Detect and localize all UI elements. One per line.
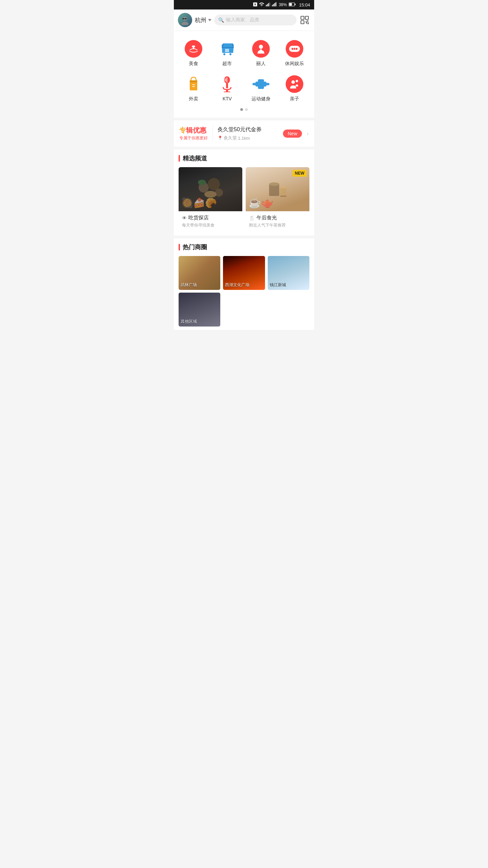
dot-1[interactable] xyxy=(240,108,243,111)
svg-point-62 xyxy=(204,191,217,198)
promo-content: 灸久堂50元代金券 📍 灸久堂 1.1km xyxy=(218,126,278,141)
promo-banner[interactable]: 专辑优惠 专属于你惠更好 灸久堂50元代金券 📍 灸久堂 1.1km New › xyxy=(174,118,314,147)
svg-rect-17 xyxy=(305,16,308,19)
featured-section-title: 精选频道 xyxy=(179,154,309,162)
svg-rect-47 xyxy=(224,92,230,92)
search-placeholder: 输入商家、品类 xyxy=(226,17,259,23)
waimai-icon xyxy=(184,75,203,93)
category-grid: 美食 超市 xyxy=(174,36,314,107)
svg-rect-9 xyxy=(289,3,292,6)
area-card-3[interactable]: 钱江新城 xyxy=(268,256,309,290)
channel-card-afternoon[interactable]: NEW 🍴 午后食光 附近人气下午茶推荐 xyxy=(246,167,309,232)
svg-point-61 xyxy=(198,180,206,185)
svg-point-39 xyxy=(297,46,298,48)
waimai-label: 外卖 xyxy=(189,96,198,102)
chaoshi-icon xyxy=(218,40,236,58)
category-xiuxian[interactable]: 休闲娱乐 xyxy=(278,36,312,72)
promo-distance: 1.1km xyxy=(238,136,250,141)
svg-rect-10 xyxy=(295,3,296,5)
svg-rect-13 xyxy=(183,18,184,19)
location-selector[interactable]: 杭州 xyxy=(195,16,211,24)
liren-label: 丽人 xyxy=(256,61,266,67)
search-icon: 🔍 xyxy=(218,17,224,23)
category-qinzi[interactable]: 亲子 xyxy=(278,72,312,107)
channel-chihuo-desc: 每天带你寻找美食 xyxy=(182,222,239,228)
category-chaoshi[interactable]: 超市 xyxy=(210,36,244,72)
svg-point-35 xyxy=(291,48,293,50)
channel-name-row-afternoon: 🍴 午后食光 xyxy=(249,215,306,221)
promo-arrow: › xyxy=(307,130,309,137)
channel-chihuo-icon: 👁 xyxy=(182,215,187,221)
ktv-label: KTV xyxy=(223,96,232,101)
category-liren[interactable]: 丽人 xyxy=(244,36,278,72)
svg-rect-55 xyxy=(258,79,264,89)
svg-rect-46 xyxy=(226,90,228,92)
category-section: 美食 超市 xyxy=(174,31,314,118)
channel-info-chihuo: 👁 吃货探店 每天带你寻找美食 xyxy=(179,211,242,232)
scan-button[interactable] xyxy=(299,15,310,25)
category-ktv[interactable]: KTV xyxy=(210,72,244,107)
svg-point-36 xyxy=(296,48,298,50)
area-card-4[interactable]: 其他区域 xyxy=(179,293,220,327)
location-text: 杭州 xyxy=(195,16,206,24)
meishi-icon xyxy=(184,40,203,58)
svg-rect-7 xyxy=(276,2,277,6)
avatar-image xyxy=(178,13,192,27)
signal2-icon xyxy=(272,2,277,8)
svg-rect-4 xyxy=(272,5,273,6)
svg-rect-1 xyxy=(267,4,268,6)
svg-point-38 xyxy=(291,46,292,48)
dot-2[interactable] xyxy=(245,108,248,111)
yundong-icon xyxy=(252,75,270,93)
promo-subtitle: 专属于你惠更好 xyxy=(179,135,208,141)
svg-rect-14 xyxy=(185,18,186,19)
battery-percent: 38% xyxy=(279,2,287,7)
qinzi-label: 亲子 xyxy=(290,96,299,102)
search-bar[interactable]: 🔍 输入商家、品类 xyxy=(214,15,297,25)
svg-point-56 xyxy=(291,80,295,84)
channel-afternoon-name: 午后食光 xyxy=(257,215,277,221)
svg-point-64 xyxy=(269,182,279,186)
hot-areas-title-text: 热门商圈 xyxy=(183,243,207,251)
svg-point-12 xyxy=(182,22,189,25)
channel-afternoon-icon: 🍴 xyxy=(249,215,255,221)
svg-rect-3 xyxy=(270,2,270,6)
featured-title-text: 精选频道 xyxy=(183,154,207,162)
status-bar: 38% 15:04 xyxy=(174,0,314,9)
channels-grid: 👁 吃货探店 每天带你寻找美食 NEW xyxy=(179,167,309,232)
svg-point-33 xyxy=(259,45,263,49)
svg-rect-41 xyxy=(190,80,197,82)
promo-new-badge: New xyxy=(283,130,302,138)
svg-point-31 xyxy=(223,53,225,55)
category-meishi[interactable]: 美食 xyxy=(177,36,210,72)
xiuxian-icon xyxy=(285,40,304,58)
time-display: 15:04 xyxy=(299,2,310,7)
svg-rect-65 xyxy=(280,188,286,195)
svg-point-57 xyxy=(296,80,298,82)
promo-location: 📍 灸久堂 1.1km xyxy=(218,135,278,141)
channel-name-row-chihuo: 👁 吃货探店 xyxy=(182,215,239,221)
header: 杭州 🔍 输入商家、品类 xyxy=(174,9,314,31)
featured-section: 精选频道 👁 吃货探店 每天带你寻找美食 xyxy=(174,147,314,236)
avatar[interactable] xyxy=(178,13,192,27)
channel-food-image xyxy=(179,167,242,211)
svg-point-28 xyxy=(192,45,195,47)
area-3-name: 钱江新城 xyxy=(270,282,286,288)
svg-rect-45 xyxy=(226,83,228,88)
channel-card-chihuo[interactable]: 👁 吃货探店 每天带你寻找美食 xyxy=(179,167,242,232)
hot-section-title-bar xyxy=(179,244,180,251)
channel-new-label: NEW xyxy=(292,170,307,177)
svg-rect-30 xyxy=(225,49,229,52)
category-yundong[interactable]: 运动健身 xyxy=(244,72,278,107)
category-waimai[interactable]: 外卖 xyxy=(177,72,210,107)
area-card-1[interactable]: 武林广场 xyxy=(179,256,220,290)
promo-title: 专辑优惠 xyxy=(179,126,208,134)
location-pin-icon: 📍 xyxy=(218,136,223,140)
pagination-dots xyxy=(174,107,314,115)
liren-icon xyxy=(252,40,270,58)
svg-rect-5 xyxy=(273,4,274,6)
channel-info-afternoon: 🍴 午后食光 附近人气下午茶推荐 xyxy=(246,211,309,232)
area-card-2[interactable]: 西湖文化广场 xyxy=(223,256,265,290)
signal-icon xyxy=(266,2,270,8)
area-1-name: 武林广场 xyxy=(181,282,197,288)
